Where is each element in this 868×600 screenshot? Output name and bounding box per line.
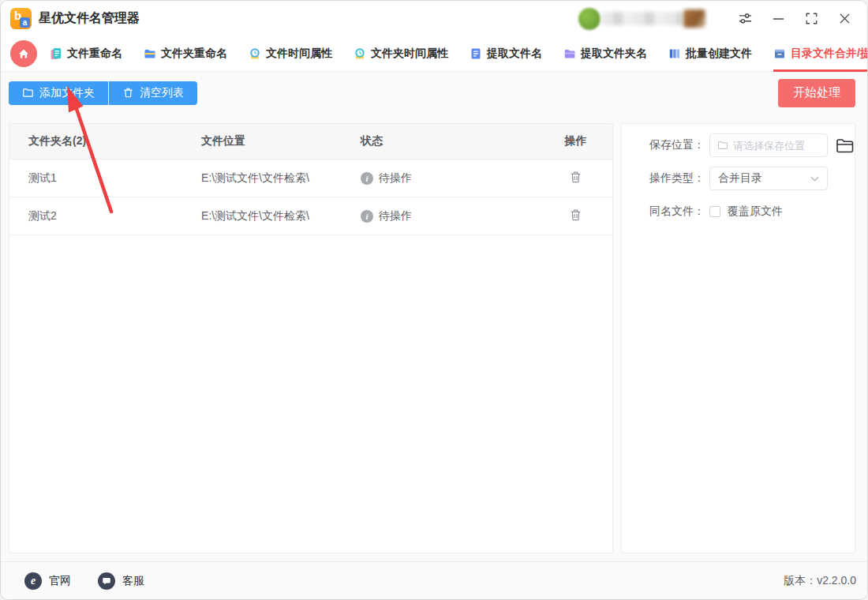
- tab-label: 目录文件合并/提取: [791, 47, 868, 61]
- version-text: 版本：v2.2.0.0: [784, 574, 856, 588]
- tab-label: 提取文件夹名: [581, 47, 647, 61]
- user-account-redacted[interactable]: [578, 8, 706, 30]
- merge-extract-icon: [773, 47, 786, 60]
- file-time-icon: [249, 47, 261, 60]
- delete-row-button[interactable]: [567, 206, 585, 227]
- add-folder-label: 添加文件夹: [39, 86, 95, 100]
- tab-label: 文件夹时间属性: [371, 47, 448, 61]
- clear-list-label: 清空列表: [140, 86, 184, 100]
- delete-row-button[interactable]: [567, 168, 585, 189]
- tab-label: 提取文件名: [487, 47, 542, 61]
- website-icon: e: [24, 572, 42, 590]
- tab-file-rename[interactable]: 文件重命名: [50, 36, 122, 72]
- trash-icon: [568, 208, 583, 223]
- operation-type-label: 操作类型：: [649, 171, 709, 186]
- minimize-button[interactable]: [766, 7, 790, 31]
- folder-rename-icon: [144, 47, 156, 60]
- tab-extract-filename[interactable]: 提取文件名: [470, 36, 542, 72]
- support-label: 客服: [122, 574, 144, 588]
- operation-type-select[interactable]: 合并目录: [709, 167, 828, 190]
- support-chat-icon: [98, 572, 115, 590]
- folder-actions-group: 添加文件夹 清空列表: [9, 81, 197, 105]
- overwrite-label[interactable]: 覆盖原文件: [728, 204, 783, 219]
- content-row: 文件夹名(2) 文件位置 状态 操作 测试1 E:\测试文件\文件检索\ i 待…: [1, 123, 867, 553]
- main-area: 添加文件夹 清空列表 开始处理 文件夹名(2) 文件位置 状态 操作 测: [1, 72, 867, 561]
- tab-bar: 文件重命名 文件夹重命名 文件时间属性 文件夹时间属性 提取文件名 提取文件夹名: [1, 36, 867, 72]
- same-name-label: 同名文件：: [649, 204, 709, 219]
- home-button[interactable]: [10, 40, 37, 67]
- redacted-badge: [683, 9, 705, 28]
- user-avatar: [578, 8, 600, 30]
- tab-extract-foldername[interactable]: 提取文件夹名: [563, 36, 647, 72]
- table-row: 测试1 E:\测试文件\文件检索\ i 待操作: [9, 159, 612, 197]
- header-action: 操作: [558, 134, 593, 148]
- sliders-icon: [738, 11, 753, 26]
- clear-list-button[interactable]: 清空列表: [108, 81, 197, 105]
- operation-type-row: 操作类型： 合并目录: [649, 167, 855, 190]
- logo-letter-a: a: [20, 17, 30, 28]
- maximize-icon: [806, 13, 817, 24]
- header-folder-name: 文件夹名(2): [28, 134, 201, 148]
- browse-folder-button[interactable]: [836, 137, 855, 154]
- folder-add-icon: [22, 87, 34, 99]
- home-icon: [17, 47, 30, 60]
- save-location-input[interactable]: [733, 140, 820, 152]
- app-window: b a 星优文件名管理器 文件重命名: [0, 0, 868, 600]
- tab-file-time[interactable]: 文件时间属性: [249, 36, 332, 72]
- settings-sliders-button[interactable]: [733, 7, 757, 31]
- minimize-icon: [773, 13, 784, 24]
- tab-batch-create[interactable]: 批量创建文件: [668, 36, 752, 72]
- add-folder-button[interactable]: 添加文件夹: [9, 81, 108, 105]
- trash-icon: [568, 170, 583, 185]
- app-title: 星优文件名管理器: [39, 10, 140, 27]
- extract-foldername-icon: [563, 47, 576, 60]
- website-link[interactable]: e 官网: [24, 572, 71, 590]
- titlebar: b a 星优文件名管理器: [1, 1, 867, 36]
- info-icon: i: [361, 172, 373, 185]
- tab-folder-time[interactable]: 文件夹时间属性: [354, 36, 448, 72]
- save-location-row: 保存位置：: [649, 133, 855, 157]
- support-link[interactable]: 客服: [98, 572, 144, 590]
- status-text: 待操作: [379, 171, 412, 186]
- close-icon: [839, 13, 851, 24]
- open-folder-icon: [836, 137, 855, 154]
- overwrite-checkbox[interactable]: [709, 206, 720, 217]
- cell-folder-name: 测试2: [28, 209, 201, 223]
- folder-time-icon: [354, 47, 366, 60]
- table-row: 测试2 E:\测试文件\文件检索\ i 待操作: [9, 197, 612, 235]
- tab-folder-rename[interactable]: 文件夹重命名: [144, 36, 227, 72]
- trash-icon: [122, 87, 134, 99]
- toolbar: 添加文件夹 清空列表 开始处理: [1, 72, 867, 123]
- folder-table: 文件夹名(2) 文件位置 状态 操作 测试1 E:\测试文件\文件检索\ i 待…: [9, 123, 613, 553]
- cell-folder-name: 测试1: [28, 171, 201, 186]
- maximize-button[interactable]: [799, 7, 823, 31]
- cell-status: i 待操作: [361, 171, 558, 186]
- app-logo-icon: b a: [10, 8, 32, 29]
- cell-status: i 待操作: [361, 209, 558, 223]
- website-label: 官网: [49, 574, 71, 588]
- tabs: 文件重命名 文件夹重命名 文件时间属性 文件夹时间属性 提取文件名 提取文件夹名: [50, 36, 868, 72]
- save-location-field[interactable]: [709, 133, 828, 157]
- table-header: 文件夹名(2) 文件位置 状态 操作: [9, 124, 612, 159]
- start-process-button[interactable]: 开始处理: [778, 79, 855, 107]
- info-icon: i: [361, 210, 373, 223]
- options-panel: 保存位置： 操作类型： 合并目录: [621, 123, 855, 553]
- cell-location: E:\测试文件\文件检索\: [201, 171, 361, 186]
- file-rename-icon: [50, 47, 62, 60]
- tab-label: 文件夹重命名: [161, 47, 227, 61]
- extract-filename-icon: [470, 47, 482, 60]
- batch-create-icon: [668, 47, 681, 60]
- redacted-username: [602, 12, 683, 25]
- tab-label: 批量创建文件: [686, 47, 752, 61]
- chevron-down-icon: [810, 176, 819, 182]
- folder-icon: [717, 140, 728, 151]
- cell-location: E:\测试文件\文件检索\: [201, 209, 361, 223]
- same-name-row: 同名文件： 覆盖原文件: [649, 200, 855, 223]
- tab-merge-extract[interactable]: 目录文件合并/提取: [773, 36, 868, 72]
- tab-label: 文件时间属性: [266, 47, 332, 61]
- status-text: 待操作: [379, 209, 412, 223]
- header-status: 状态: [361, 134, 558, 148]
- close-button[interactable]: [832, 7, 856, 31]
- tab-label: 文件重命名: [67, 47, 122, 61]
- operation-type-value: 合并目录: [718, 171, 762, 186]
